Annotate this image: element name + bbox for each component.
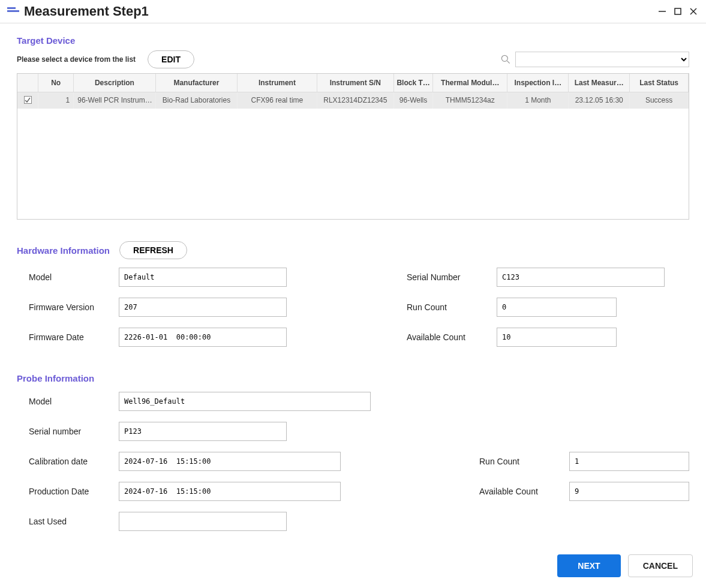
probe-model-input[interactable]	[119, 392, 371, 411]
row-instrument-sn: RLX12314DZ12345	[317, 92, 393, 109]
check-icon	[25, 97, 31, 103]
header-thermal-module: Thermal Modul…	[433, 74, 507, 92]
titlebar: Measurement Step1	[0, 0, 706, 23]
window-title: Measurement Step1	[24, 4, 149, 19]
footer: NEXT CANCEL	[557, 554, 693, 577]
row-last-status: Success	[630, 92, 689, 109]
cancel-button[interactable]: CANCEL	[628, 554, 693, 577]
probe-runcount-label: Run Count	[479, 457, 569, 466]
hw-serial-input[interactable]	[497, 268, 665, 287]
probe-availcount-label: Available Count	[479, 487, 569, 496]
close-icon	[689, 7, 698, 16]
row-description: 96-Well PCR Instrum…	[74, 92, 156, 109]
header-instrument-sn: Instrument S/N	[317, 74, 393, 92]
hw-fwdate-input[interactable]	[119, 328, 287, 347]
probe-form: Model Serial number Calibration date Run…	[29, 392, 689, 531]
probe-serial-input[interactable]	[119, 422, 287, 441]
row-no: 1	[38, 92, 74, 109]
row-manufacturer: Bio-Rad Laboratories	[155, 92, 238, 109]
edit-button[interactable]: EDIT	[148, 50, 194, 68]
hw-availcount-input[interactable]	[497, 328, 617, 347]
hw-fwver-input[interactable]	[119, 298, 287, 317]
hw-runcount-label: Run Count	[407, 302, 497, 312]
close-button[interactable]	[688, 6, 699, 17]
row-last-measure: 23.12.05 16:30	[569, 92, 630, 109]
target-device-row: Please select a device from the list EDI…	[17, 50, 689, 68]
probe-proddate-label: Production Date	[29, 487, 119, 496]
hw-serial-label: Serial Number	[407, 272, 497, 282]
header-inspection: Inspection I…	[507, 74, 569, 92]
hardware-header: Hardware Information REFRESH	[17, 241, 689, 259]
search-select[interactable]	[515, 52, 689, 67]
window-controls	[657, 6, 699, 17]
probe-section: Probe Information Model Serial number Ca…	[17, 373, 689, 531]
table-header-row: No Description Manufacturer Instrument I…	[17, 74, 689, 92]
hardware-section-title: Hardware Information	[17, 245, 110, 256]
header-last-status: Last Status	[630, 74, 689, 92]
hw-fwver-label: Firmware Version	[29, 302, 119, 312]
probe-lastused-label: Last Used	[29, 517, 119, 526]
row-thermal-module: THMM51234az	[433, 92, 507, 109]
header-block-type: Block T…	[393, 74, 432, 92]
content: Target Device Please select a device fro…	[0, 23, 706, 543]
probe-model-label: Model	[29, 397, 119, 406]
hw-model-input[interactable]	[119, 268, 287, 287]
hardware-form: Model Serial Number Firmware Version Run…	[29, 268, 689, 347]
header-manufacturer: Manufacturer	[155, 74, 238, 92]
target-device-title: Target Device	[17, 35, 689, 46]
minimize-button[interactable]	[657, 6, 668, 17]
app-icon	[7, 7, 19, 16]
row-block-type: 96-Wells	[393, 92, 432, 109]
probe-section-title: Probe Information	[17, 373, 689, 383]
row-checkbox-cell[interactable]	[17, 92, 38, 109]
search-icon[interactable]	[500, 53, 512, 65]
svg-line-5	[507, 61, 510, 64]
hw-runcount-input[interactable]	[497, 298, 617, 317]
table-row[interactable]: 1 96-Well PCR Instrum… Bio-Rad Laborator…	[17, 92, 689, 109]
header-instrument: Instrument	[238, 74, 317, 92]
probe-lastused-input[interactable]	[119, 512, 287, 531]
header-last-measure: Last Measur…	[569, 74, 630, 92]
probe-serial-label: Serial number	[29, 427, 119, 436]
hw-fwdate-label: Firmware Date	[29, 332, 119, 342]
row-instrument: CFX96 real time	[238, 92, 317, 109]
titlebar-left: Measurement Step1	[7, 4, 149, 19]
probe-caldate-input[interactable]	[119, 452, 341, 471]
refresh-button[interactable]: REFRESH	[119, 241, 187, 259]
hw-model-label: Model	[29, 272, 119, 282]
probe-caldate-label: Calibration date	[29, 457, 119, 466]
next-button[interactable]: NEXT	[557, 554, 620, 577]
svg-rect-1	[675, 8, 681, 14]
header-checkbox	[17, 74, 38, 92]
maximize-icon	[673, 7, 683, 16]
row-checkbox[interactable]	[24, 96, 32, 104]
device-table: No Description Manufacturer Instrument I…	[17, 73, 689, 220]
header-no: No	[38, 74, 74, 92]
probe-availcount-input[interactable]	[569, 482, 689, 501]
row-inspection: 1 Month	[507, 92, 569, 109]
minimize-icon	[657, 7, 667, 16]
maximize-button[interactable]	[672, 6, 683, 17]
probe-proddate-input[interactable]	[119, 482, 341, 501]
target-instruction: Please select a device from the list	[17, 55, 136, 64]
probe-runcount-input[interactable]	[569, 452, 689, 471]
svg-point-4	[501, 55, 507, 61]
hw-availcount-label: Available Count	[407, 332, 497, 342]
header-description: Description	[74, 74, 156, 92]
search-row	[500, 52, 689, 67]
